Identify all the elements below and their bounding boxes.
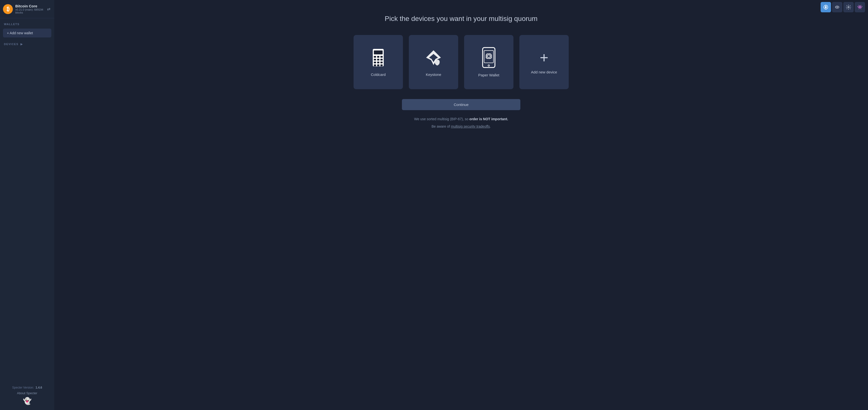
add-new-device-icon: + — [539, 50, 548, 65]
topbar: 👾 — [818, 0, 868, 14]
tradeoffs-link[interactable]: multisig security tradeoffs — [451, 125, 490, 128]
ghost-mascot-icon: 👻 — [23, 397, 32, 405]
gear-icon — [846, 4, 851, 10]
devices-arrow-icon: ▶ — [21, 42, 23, 46]
keystone-icon — [424, 48, 443, 68]
svg-rect-23 — [487, 54, 491, 58]
sidebar: ₿ Bitcoin Core v0.21.0 (main): 689194 bl… — [0, 0, 54, 410]
svg-rect-14 — [380, 59, 383, 60]
svg-rect-22 — [484, 50, 493, 63]
svg-rect-19 — [377, 64, 379, 66]
svg-rect-11 — [380, 56, 383, 58]
sync-button[interactable]: ⇄ — [47, 7, 50, 11]
continue-button[interactable]: Continue — [402, 99, 520, 110]
ghost-button[interactable]: 👾 — [855, 2, 865, 12]
svg-point-37 — [488, 65, 490, 66]
svg-rect-13 — [377, 59, 379, 60]
svg-rect-20 — [380, 64, 383, 66]
settings-button[interactable] — [843, 2, 854, 12]
svg-rect-18 — [374, 64, 376, 66]
device-cards: Coldcard Keystone — [353, 35, 569, 89]
paperwallet-icon — [480, 47, 497, 68]
tradeoffs-text: Be aware of multisig security tradeoffs. — [432, 125, 491, 128]
paperwallet-card[interactable]: Paper Wallet — [464, 35, 514, 89]
page-title: Pick the devices you want in your multis… — [385, 15, 537, 23]
version-text: Specter Version: 1.4.6 — [12, 386, 42, 389]
eye-button[interactable] — [832, 2, 842, 12]
svg-rect-24 — [488, 55, 490, 58]
svg-rect-10 — [377, 56, 379, 58]
about-specter-link[interactable]: About Specter — [17, 391, 37, 395]
coldcard-icon — [368, 48, 388, 68]
svg-rect-9 — [374, 56, 376, 58]
add-wallet-label: + Add new wallet — [7, 31, 33, 35]
coldcard-label: Coldcard — [371, 72, 385, 77]
ghost-topbar-icon: 👾 — [857, 4, 863, 10]
tor-icon — [823, 4, 829, 10]
app-info: Bitcoin Core v0.21.0 (main): 689194 bloc… — [15, 4, 45, 14]
svg-point-6 — [848, 6, 849, 8]
keystone-label: Keystone — [426, 72, 441, 77]
devices-label: DEVICES — [4, 43, 19, 45]
main-content: 👾 Pick the devices you want in your mult… — [54, 0, 868, 410]
add-new-device-card[interactable]: + Add new device — [519, 35, 569, 89]
add-wallet-button[interactable]: + Add new wallet — [3, 29, 51, 37]
svg-point-5 — [837, 7, 838, 8]
app-layout: ₿ Bitcoin Core v0.21.0 (main): 689194 bl… — [0, 0, 868, 410]
svg-point-1 — [825, 6, 827, 8]
paperwallet-label: Paper Wallet — [478, 73, 499, 77]
tor-button[interactable] — [820, 2, 831, 12]
coldcard-card[interactable]: Coldcard — [353, 35, 403, 89]
svg-rect-8 — [374, 50, 383, 54]
info-text: We use sorted multisig (BIP-67), so orde… — [414, 117, 508, 121]
add-new-device-label: Add new device — [531, 70, 557, 74]
svg-rect-16 — [377, 62, 379, 63]
svg-rect-15 — [374, 62, 376, 63]
sidebar-footer: Specter Version: 1.4.6 About Specter 👻 — [0, 381, 54, 410]
devices-section: DEVICES ▶ — [0, 39, 54, 48]
svg-rect-12 — [374, 59, 376, 60]
keystone-card[interactable]: Keystone — [409, 35, 458, 89]
svg-rect-17 — [380, 62, 383, 63]
eye-icon — [834, 4, 840, 10]
bitcoin-logo: ₿ — [3, 4, 13, 14]
sidebar-header: ₿ Bitcoin Core v0.21.0 (main): 689194 bl… — [0, 0, 54, 18]
wallets-section-label: WALLETS — [0, 18, 54, 28]
app-name: Bitcoin Core — [15, 4, 45, 8]
app-version: v0.21.0 (main): 689194 blocks — [15, 8, 45, 14]
